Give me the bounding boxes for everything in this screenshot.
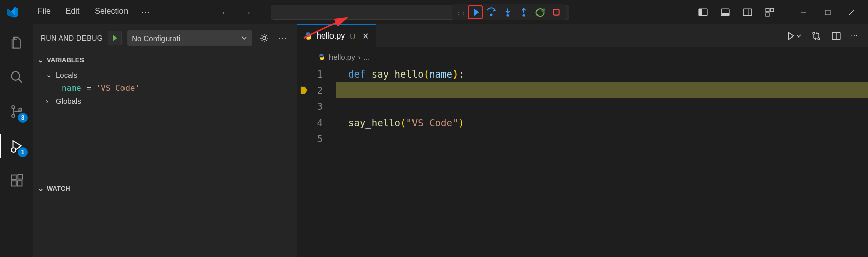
stop-button[interactable] [549,5,564,19]
code-line: say_hello("VS Code") [348,115,868,131]
explorer-icon[interactable] [5,30,29,55]
watch-label: WATCH [47,185,70,192]
breadcrumb-file: hello.py [329,53,355,61]
grip-icon[interactable]: ⋮⋮ [454,10,467,15]
toggle-secondary-sidebar-icon[interactable] [738,3,757,21]
tab-filename: hello.py [317,31,345,41]
svg-point-27 [813,32,815,34]
locals-scope[interactable]: ⌄ Locals [33,68,297,81]
svg-rect-24 [17,181,22,186]
step-into-button[interactable] [500,5,515,19]
scm-badge: 3 [18,113,28,123]
toggle-primary-sidebar-icon[interactable] [694,3,712,21]
extensions-icon[interactable] [5,168,29,193]
svg-rect-15 [825,10,830,15]
variables-section-header[interactable]: ⌄ VARIABLES [33,52,297,68]
globals-scope[interactable]: › Globals [33,95,297,107]
run-debug-icon[interactable]: 1 [5,134,29,158]
debug-config-select[interactable]: No Configurati [127,30,252,46]
line-number: 4 [297,115,323,131]
code-line [348,131,868,147]
svg-rect-13 [766,13,769,16]
window-minimize-icon[interactable] [791,3,815,21]
svg-point-28 [818,38,820,40]
title-bar: File Edit Selection ⋯ ← → ⋮⋮ [0,0,868,24]
vscode-logo-icon [4,4,20,20]
step-over-button[interactable] [484,5,499,19]
git-compare-icon[interactable] [808,29,824,43]
code-editor[interactable]: 1 2 3 4 5 def say_hello(name): print("He… [297,66,868,257]
variable-row[interactable]: name = 'VS Code' [33,81,297,95]
tab-modified-indicator: U [350,32,355,41]
svg-rect-22 [12,175,16,180]
window-close-icon[interactable] [840,3,864,21]
variable-name: name [62,83,81,93]
svg-point-2 [507,14,509,17]
svg-point-1 [490,14,493,16]
svg-line-17 [19,79,22,83]
menu-file[interactable]: File [30,4,58,21]
svg-rect-4 [554,9,559,15]
svg-rect-9 [743,9,752,16]
line-number: 2 [297,82,323,98]
variables-label: VARIABLES [47,56,84,64]
debug-toolbar: ⋮⋮ [452,4,566,20]
chevron-down-icon: ⌄ [36,56,45,64]
svg-rect-12 [770,8,774,12]
toggle-panel-icon[interactable] [716,3,734,21]
chevron-down-icon: ⌄ [36,185,45,192]
svg-rect-25 [18,174,22,179]
svg-rect-11 [766,8,769,12]
tab-bar: hello.py U ✕ ⋯ [297,24,868,48]
python-file-icon [318,53,326,61]
restart-button[interactable] [532,5,548,19]
breadcrumb[interactable]: hello.py › ... [297,48,868,66]
chevron-right-icon: › [46,97,53,105]
python-file-icon [304,31,313,41]
search-icon[interactable] [5,65,29,89]
locals-label: Locals [56,70,77,79]
line-number: 1 [297,66,323,82]
svg-rect-8 [722,13,729,15]
command-center[interactable]: ⋮⋮ [271,5,569,20]
window-maximize-icon[interactable] [815,3,840,21]
activity-bar: 3 1 [0,24,33,257]
watch-section-header[interactable]: ⌄ WATCH [33,180,297,196]
breadcrumb-rest: ... [364,53,370,61]
step-out-button[interactable] [516,5,531,19]
gear-icon[interactable] [257,33,271,43]
breadcrumb-separator: › [358,53,361,61]
menu-edit[interactable]: Edit [59,4,87,21]
code-line [348,98,868,115]
editor-area: hello.py U ✕ ⋯ hello.py › ... [297,24,868,257]
globals-label: Globals [56,97,81,105]
nav-back-icon[interactable]: ← [216,5,234,20]
chevron-down-icon [241,35,247,41]
svg-point-19 [12,114,15,117]
svg-rect-6 [699,9,702,15]
code-line: def say_hello(name): [348,66,868,82]
svg-point-26 [263,36,266,40]
line-number: 5 [297,131,323,147]
menu-bar: File Edit Selection ⋯ [30,4,155,21]
svg-point-16 [12,72,20,80]
continue-button[interactable] [468,5,483,19]
debug-badge: 1 [18,147,28,157]
chevron-down-icon: ⌄ [46,70,53,79]
sidebar-title: RUN AND DEBUG [40,34,103,42]
close-icon[interactable]: ✕ [362,31,369,41]
start-debugging-button[interactable] [108,31,122,45]
run-file-button[interactable] [783,29,804,43]
debug-sidebar: RUN AND DEBUG No Configurati ⋯ ⌄ VARIABL… [33,24,297,257]
split-editor-icon[interactable] [829,29,844,43]
config-label: No Configurati [132,34,180,43]
menu-selection[interactable]: Selection [88,4,135,21]
nav-forward-icon[interactable]: → [237,5,256,20]
tab-hello-py[interactable]: hello.py U ✕ [297,24,376,47]
source-control-icon[interactable]: 3 [5,99,29,124]
customize-layout-icon[interactable] [761,3,779,21]
variable-value: 'VS Code' [96,83,140,93]
more-actions-icon[interactable]: ⋯ [276,32,290,44]
editor-more-actions-icon[interactable]: ⋯ [848,30,861,42]
menu-more-icon[interactable]: ⋯ [136,4,155,21]
